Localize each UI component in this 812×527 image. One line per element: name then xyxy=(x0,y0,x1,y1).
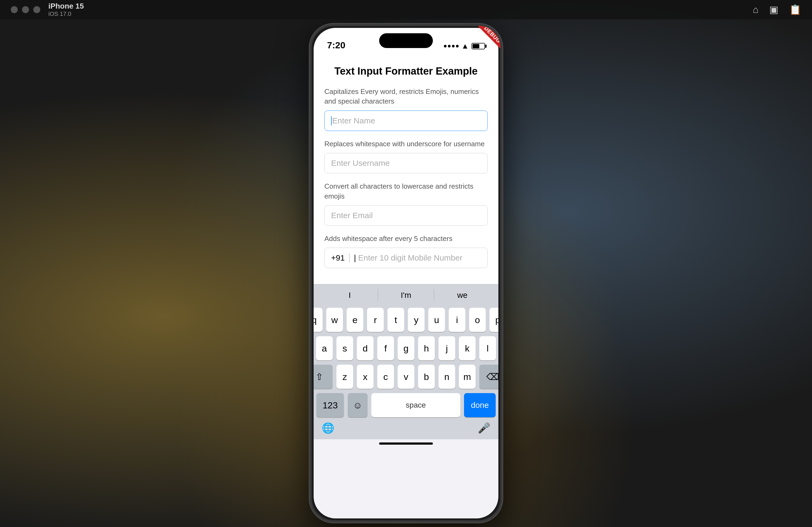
key-v[interactable]: v xyxy=(398,365,414,389)
key-n[interactable]: n xyxy=(438,365,455,389)
globe-icon[interactable]: 🌐 xyxy=(322,422,334,434)
keyboard: q w e r t y u i o p a s d f g xyxy=(314,306,498,439)
key-y[interactable]: y xyxy=(408,308,424,332)
keyboard-bottom-bar: 🌐 🎤 xyxy=(314,419,498,439)
screenshot-icon[interactable]: ▣ xyxy=(769,4,779,15)
phone-cursor: | xyxy=(354,253,356,262)
key-z[interactable]: z xyxy=(336,365,353,389)
key-p[interactable]: p xyxy=(490,308,498,332)
signal-dot-4 xyxy=(456,45,459,47)
keyboard-row-3: ⇧ z x c v b n m ⌫ xyxy=(314,362,498,391)
dot-1[interactable] xyxy=(11,6,18,13)
autocomplete-bar: I I'm we xyxy=(314,284,498,306)
autocomplete-item-3[interactable]: we xyxy=(434,288,490,302)
menu-bar: iPhone 15 iOS 17.0 ⌂ ▣ 📋 xyxy=(0,0,812,19)
key-u[interactable]: u xyxy=(428,308,445,332)
phone-placeholder: Enter 10 digit Mobile Number xyxy=(358,253,463,262)
field-1-description: Capitalizes Every word, restricts Emojis… xyxy=(324,87,488,106)
numbers-key[interactable]: 123 xyxy=(316,393,344,417)
space-key[interactable]: space xyxy=(371,393,460,417)
field-2-description: Replaces whitespace with underscore for … xyxy=(324,139,488,149)
phone-prefix: +91 xyxy=(331,253,350,262)
key-j[interactable]: j xyxy=(438,336,455,360)
username-input[interactable]: Enter Username xyxy=(324,153,488,174)
done-key[interactable]: done xyxy=(464,393,496,417)
key-o[interactable]: o xyxy=(469,308,486,332)
cursor xyxy=(331,116,332,125)
wifi-icon: ▲ xyxy=(461,42,469,50)
key-h[interactable]: h xyxy=(418,336,435,360)
signal-indicator xyxy=(444,45,459,47)
device-title: iPhone 15 iOS 17.0 xyxy=(48,2,84,17)
autocomplete-item-1[interactable]: I xyxy=(322,288,378,302)
key-s[interactable]: s xyxy=(336,336,353,360)
home-indicator xyxy=(314,439,498,450)
delete-key[interactable]: ⌫ xyxy=(479,365,498,389)
signal-dot-3 xyxy=(452,45,454,47)
clipboard-icon[interactable]: 📋 xyxy=(789,4,801,15)
key-t[interactable]: t xyxy=(388,308,404,332)
menu-bar-right: ⌂ ▣ 📋 xyxy=(753,4,801,15)
emoji-key[interactable]: ☺ xyxy=(348,393,367,417)
status-bar: 7:20 ▲ xyxy=(314,28,498,55)
device-name: iPhone 15 xyxy=(48,2,84,11)
field-3-description: Convert all characters to lowercase and … xyxy=(324,181,488,201)
email-placeholder: Enter Email xyxy=(331,211,373,220)
keyboard-row-2: a s d f g h j k l xyxy=(314,334,498,362)
keyboard-row-4: 123 ☺ space done xyxy=(314,391,498,419)
status-time: 7:20 xyxy=(327,40,345,50)
key-a[interactable]: a xyxy=(316,336,333,360)
key-w[interactable]: w xyxy=(326,308,343,332)
signal-dot-1 xyxy=(444,45,447,47)
name-input[interactable]: Enter Name xyxy=(324,110,488,131)
dot-3[interactable] xyxy=(33,6,40,13)
key-r[interactable]: r xyxy=(367,308,384,332)
email-input[interactable]: Enter Email xyxy=(324,205,488,226)
shift-key[interactable]: ⇧ xyxy=(314,365,333,389)
key-k[interactable]: k xyxy=(459,336,476,360)
autocomplete-item-2[interactable]: I'm xyxy=(378,288,434,302)
phone-container: DEBUG 7:20 ▲ xyxy=(309,24,503,523)
home-icon[interactable]: ⌂ xyxy=(753,4,758,15)
key-c[interactable]: c xyxy=(377,365,394,389)
window-controls xyxy=(11,6,40,13)
key-b[interactable]: b xyxy=(418,365,435,389)
dot-2[interactable] xyxy=(22,6,29,13)
key-x[interactable]: x xyxy=(357,365,374,389)
key-q[interactable]: q xyxy=(314,308,322,332)
dynamic-island xyxy=(379,33,433,48)
app-content: Text Input Formatter Example Capitalizes… xyxy=(314,55,498,284)
phone-frame: DEBUG 7:20 ▲ xyxy=(309,24,503,523)
phone-screen: 7:20 ▲ Text Input Format xyxy=(314,28,498,518)
debug-label: DEBUG xyxy=(478,26,501,49)
key-e[interactable]: e xyxy=(347,308,363,332)
field-4-description: Adds whitespace after every 5 characters xyxy=(324,234,488,243)
mic-icon[interactable]: 🎤 xyxy=(478,422,490,434)
name-placeholder: Enter Name xyxy=(332,116,375,125)
os-version: iOS 17.0 xyxy=(48,11,84,17)
app-title: Text Input Formatter Example xyxy=(324,65,488,77)
key-l[interactable]: l xyxy=(479,336,496,360)
keyboard-row-1: q w e r t y u i o p xyxy=(314,306,498,334)
signal-dot-2 xyxy=(448,45,451,47)
home-bar[interactable] xyxy=(379,442,433,445)
key-g[interactable]: g xyxy=(398,336,414,360)
phone-input[interactable]: +91 | Enter 10 digit Mobile Number xyxy=(324,248,488,268)
key-f[interactable]: f xyxy=(377,336,394,360)
debug-badge: DEBUG xyxy=(474,26,501,52)
key-i[interactable]: i xyxy=(449,308,465,332)
username-placeholder: Enter Username xyxy=(331,159,390,168)
key-d[interactable]: d xyxy=(357,336,374,360)
key-m[interactable]: m xyxy=(459,365,476,389)
